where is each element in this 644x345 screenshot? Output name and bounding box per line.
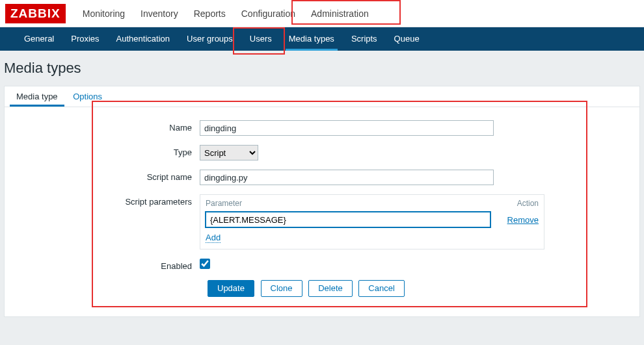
- label-name: Name: [18, 120, 200, 133]
- logo: ZABBIX: [5, 4, 66, 23]
- label-type: Type: [18, 145, 200, 157]
- nav-configuration[interactable]: Configuration: [234, 1, 303, 27]
- cancel-button[interactable]: Cancel: [358, 280, 404, 297]
- page-title: Media types: [0, 51, 644, 86]
- subnav-user-groups[interactable]: User groups: [178, 27, 241, 51]
- type-select[interactable]: Script: [200, 145, 258, 160]
- param-col-parameter: Parameter: [206, 199, 517, 208]
- subnav-general[interactable]: General: [16, 27, 62, 51]
- subnav-users[interactable]: Users: [241, 27, 280, 51]
- subnav-media-types[interactable]: Media types: [280, 27, 343, 51]
- button-row: Update Clone Delete Cancel: [208, 280, 626, 297]
- name-input[interactable]: [200, 120, 494, 136]
- sub-nav: General Proxies Authentication User grou…: [0, 27, 644, 51]
- script-parameters-box: Parameter Action Remove Add: [200, 194, 544, 249]
- panel: Media type Options Name Type Script Scri…: [4, 86, 640, 317]
- param-row: Remove: [206, 212, 539, 227]
- param-remove-link[interactable]: Remove: [507, 215, 539, 225]
- nav-inventory[interactable]: Inventory: [133, 1, 186, 27]
- nav-administration[interactable]: Administration: [303, 1, 377, 27]
- update-button[interactable]: Update: [208, 280, 254, 297]
- label-enabled: Enabled: [18, 259, 200, 271]
- tabs: Media type Options: [5, 86, 639, 107]
- subnav-queue[interactable]: Queue: [386, 27, 428, 51]
- enabled-checkbox[interactable]: [200, 259, 210, 269]
- tab-options[interactable]: Options: [66, 86, 109, 107]
- subnav-proxies[interactable]: Proxies: [62, 27, 107, 51]
- label-script-parameters: Script parameters: [18, 194, 200, 207]
- form: Name Type Script Script name Script para…: [5, 107, 639, 316]
- tab-media-type[interactable]: Media type: [10, 86, 64, 107]
- top-nav: ZABBIX Monitoring Inventory Reports Conf…: [0, 0, 644, 27]
- delete-button[interactable]: Delete: [308, 280, 353, 297]
- label-script-name: Script name: [18, 170, 200, 182]
- script-name-input[interactable]: [200, 170, 494, 185]
- param-add-link[interactable]: Add: [206, 233, 221, 243]
- clone-button[interactable]: Clone: [261, 280, 302, 297]
- param-input-0[interactable]: [206, 212, 490, 227]
- param-col-action: Action: [517, 199, 539, 208]
- subnav-authentication[interactable]: Authentication: [108, 27, 178, 51]
- nav-monitoring[interactable]: Monitoring: [75, 1, 133, 27]
- subnav-scripts[interactable]: Scripts: [343, 27, 386, 51]
- nav-reports[interactable]: Reports: [186, 1, 234, 27]
